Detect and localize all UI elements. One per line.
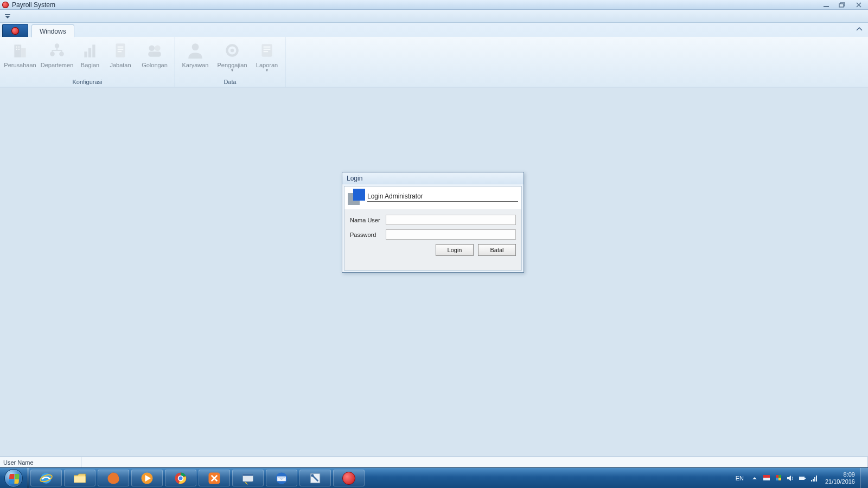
batal-button[interactable]: Batal	[478, 244, 516, 256]
svg-point-10	[55, 43, 60, 48]
chevron-down-icon: ▾	[266, 69, 268, 72]
svg-point-37	[179, 476, 183, 480]
svg-rect-3	[5, 14, 10, 15]
bagian-label: Bagian	[81, 62, 99, 68]
windows-logo-icon	[4, 469, 23, 487]
laporan-button[interactable]: Laporan ▾	[252, 40, 282, 73]
svg-rect-29	[264, 51, 269, 52]
tray-security-icon[interactable]	[774, 474, 783, 483]
person-icon	[186, 41, 205, 60]
show-desktop-button[interactable]	[860, 468, 868, 488]
tray-volume-icon[interactable]	[786, 474, 795, 483]
svg-point-11	[50, 52, 55, 56]
svg-rect-49	[778, 478, 781, 480]
svg-point-23	[192, 43, 199, 50]
ie-icon	[39, 471, 54, 486]
quick-access-dropdown[interactable]	[3, 12, 12, 20]
svg-rect-14	[88, 48, 91, 57]
taskbar-payroll-app[interactable]	[333, 470, 365, 486]
svg-rect-7	[18, 47, 20, 48]
svg-rect-26	[261, 44, 272, 56]
taskbar-xampp[interactable]	[199, 470, 230, 486]
svg-rect-5	[21, 48, 26, 57]
perusahaan-button[interactable]: Perusahaan	[3, 40, 37, 69]
svg-rect-46	[776, 475, 778, 478]
chrome-icon	[173, 471, 188, 486]
chart-icon	[81, 41, 99, 60]
group-icon	[145, 41, 164, 60]
taskbar-thunderbird[interactable]	[266, 470, 297, 486]
tray-show-hidden-icon[interactable]	[750, 474, 759, 483]
minimize-button[interactable]	[819, 1, 833, 9]
password-label: Password	[350, 232, 386, 238]
jabatan-label: Jabatan	[110, 62, 131, 68]
group-label-data: Data	[175, 78, 285, 87]
quick-access-bar	[0, 10, 868, 23]
svg-rect-6	[16, 47, 17, 48]
svg-rect-18	[118, 49, 124, 50]
svg-rect-51	[805, 478, 806, 479]
taskbar-explorer[interactable]	[64, 470, 95, 486]
taskbar-chrome[interactable]	[165, 470, 196, 486]
taskbar-putty[interactable]	[232, 470, 264, 486]
svg-rect-0	[824, 6, 829, 7]
login-header-text: Login Administrator	[367, 192, 518, 202]
taskbar-devtool[interactable]	[299, 470, 331, 486]
svg-rect-17	[118, 47, 124, 48]
title-bar: Payroll System	[0, 0, 868, 10]
svg-point-43	[311, 474, 314, 477]
login-header: Login Administrator	[344, 187, 521, 209]
start-button[interactable]	[0, 468, 27, 488]
login-header-icon	[348, 189, 364, 205]
mail-icon	[274, 471, 289, 486]
status-username-label: User Name	[0, 457, 81, 467]
username-input[interactable]	[386, 215, 516, 225]
login-dialog: Login Login Administrator Nama User Pass…	[342, 172, 524, 273]
folder-icon	[72, 471, 87, 486]
close-button[interactable]	[852, 1, 866, 9]
login-button[interactable]: Login	[436, 244, 474, 256]
karyawan-button[interactable]: Karyawan	[178, 40, 212, 73]
svg-rect-50	[799, 477, 805, 480]
svg-rect-27	[264, 47, 271, 48]
tray-clock[interactable]: 8:09 21/10/2016	[822, 471, 858, 485]
xampp-icon	[207, 471, 222, 486]
ribbon-collapse-icon[interactable]	[856, 27, 863, 33]
taskbar-mediaplayer[interactable]	[131, 470, 163, 486]
play-icon	[139, 471, 155, 486]
tray-time: 8:09	[825, 471, 855, 478]
tray-network-icon[interactable]	[810, 474, 819, 483]
svg-rect-47	[778, 475, 781, 478]
application-menu-button[interactable]	[2, 24, 28, 37]
tray-flag-icon[interactable]	[762, 474, 771, 483]
chevron-down-icon: ▾	[231, 69, 233, 72]
svg-point-20	[149, 45, 155, 51]
svg-rect-22	[148, 52, 161, 57]
svg-rect-55	[816, 476, 817, 481]
ribbon: Windows Perusahaan Departemen	[0, 23, 868, 87]
departemen-button[interactable]: Departemen	[40, 40, 74, 69]
tab-windows[interactable]: Windows	[31, 24, 74, 37]
password-input[interactable]	[386, 229, 516, 240]
jabatan-button[interactable]: Jabatan	[106, 40, 135, 69]
svg-rect-16	[116, 43, 125, 57]
restore-button[interactable]	[835, 1, 850, 9]
golongan-button[interactable]: Golongan	[138, 40, 171, 69]
karyawan-label: Karyawan	[182, 62, 209, 68]
tray-language[interactable]: EN	[732, 475, 747, 481]
taskbar-ie[interactable]	[30, 470, 62, 486]
status-username-value	[81, 457, 868, 467]
window-title: Payroll System	[12, 1, 55, 9]
workspace: Login Login Administrator Nama User Pass…	[0, 87, 868, 457]
taskbar-firefox[interactable]	[98, 470, 129, 486]
ribbon-group-konfigurasi: Perusahaan Departemen Bagian	[0, 37, 175, 87]
building-icon	[11, 41, 29, 60]
ribbon-group-data: Karyawan Penggajian ▾ Laporan ▾	[175, 37, 285, 87]
login-dialog-title: Login	[342, 172, 524, 184]
penggajian-button[interactable]: Penggajian ▾	[215, 40, 249, 73]
departemen-label: Departemen	[41, 62, 74, 68]
terminal-icon	[240, 471, 256, 486]
tray-power-icon[interactable]	[798, 474, 807, 483]
bagian-button[interactable]: Bagian	[77, 40, 103, 69]
app-menu-icon	[11, 27, 19, 35]
